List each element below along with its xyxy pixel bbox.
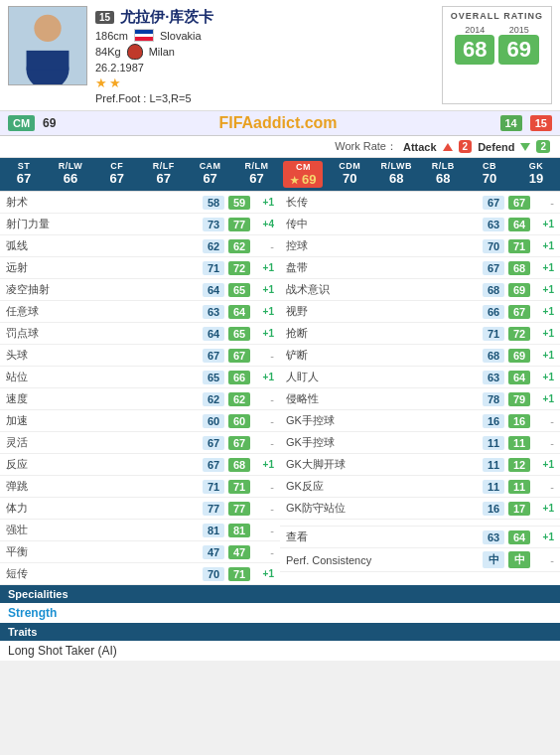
stat-right-val2: 67 bbox=[508, 196, 530, 210]
stat-left-val1: 64 bbox=[203, 327, 224, 341]
player-weight: 84Kg bbox=[95, 46, 121, 58]
stat-left-row: 弧线 62 62 - bbox=[0, 235, 280, 257]
specialities-header: Specialities bbox=[0, 585, 560, 603]
stat-left-diff: +1 bbox=[254, 306, 274, 317]
stat-left-dash: - bbox=[254, 437, 274, 449]
stat-left-val2: 65 bbox=[228, 283, 250, 297]
stat-right-dash: - bbox=[534, 481, 554, 493]
stat-right-diff: +1 bbox=[534, 503, 554, 514]
stat-right-val1: 11 bbox=[483, 436, 504, 450]
traits-header: Traits bbox=[0, 623, 560, 641]
stat-right-diff: +1 bbox=[534, 350, 554, 361]
pos-val-10: 70 bbox=[483, 171, 496, 186]
stat-right-val2: 64 bbox=[508, 218, 530, 231]
stat-left-dash: - bbox=[254, 481, 274, 493]
pos-val-6: 69 bbox=[290, 172, 316, 187]
stat-left-diff: +1 bbox=[254, 262, 274, 273]
stat-right-val1: 中 bbox=[483, 551, 504, 568]
skill-stars: ★ ★ bbox=[95, 76, 121, 90]
stat-right-name: GK手控球 bbox=[286, 435, 479, 450]
stat-left-row: 反应 67 68 +1 bbox=[0, 454, 280, 476]
stat-left-name: 灵活 bbox=[6, 435, 199, 450]
stat-right-diff: +1 bbox=[534, 328, 554, 339]
stat-right-dash: - bbox=[534, 197, 554, 209]
stat-right-name: GK防守站位 bbox=[286, 501, 479, 516]
stat-right-diff: +1 bbox=[534, 459, 554, 470]
stat-right-val2: 72 bbox=[508, 327, 530, 341]
stat-right-diff: +1 bbox=[534, 284, 554, 295]
stat-right-diff: +1 bbox=[534, 240, 554, 251]
stat-left-row: 射术 58 59 +1 bbox=[0, 192, 280, 214]
stat-right-val1: 78 bbox=[483, 392, 504, 406]
stat-right-val2: 17 bbox=[508, 502, 530, 516]
stat-left-val1: 65 bbox=[203, 371, 224, 384]
svg-point-1 bbox=[34, 15, 61, 42]
stat-right-val2: 11 bbox=[508, 480, 530, 494]
player-height: 186cm bbox=[95, 30, 128, 42]
pos-val-2: 67 bbox=[110, 171, 124, 186]
stat-right-val2: 64 bbox=[508, 530, 530, 544]
stat-right-row: GK反应 11 11 - bbox=[280, 476, 560, 498]
stat-left-val2: 47 bbox=[228, 545, 250, 559]
position-cm: CM69 bbox=[283, 161, 323, 188]
stat-left-val1: 62 bbox=[203, 392, 224, 406]
svg-rect-3 bbox=[27, 51, 70, 71]
stat-left-val1: 73 bbox=[203, 218, 224, 231]
stat-left-val2: 77 bbox=[228, 218, 250, 231]
stat-left-diff: +1 bbox=[254, 568, 274, 579]
stat-right-name: 控球 bbox=[286, 238, 479, 253]
stat-right-val1: 67 bbox=[483, 261, 504, 275]
player-nationality: Slovakia bbox=[160, 30, 202, 42]
stat-right-val1: 68 bbox=[483, 283, 504, 297]
stat-left-val2: 66 bbox=[228, 371, 250, 384]
defend-value: 2 bbox=[536, 140, 550, 153]
year-2015: 2015 bbox=[509, 25, 529, 35]
stat-right-val1: 66 bbox=[483, 305, 504, 319]
stat-right-row: GK防守站位 16 17 +1 bbox=[280, 498, 560, 520]
pos-val-0: 67 bbox=[17, 171, 31, 186]
stat-left-name: 任意球 bbox=[6, 304, 199, 319]
pos-name-10: CB bbox=[483, 161, 496, 171]
stat-left-name: 站位 bbox=[6, 370, 199, 384]
pos-val-9: 68 bbox=[436, 171, 450, 186]
position-rlb: R/LB68 bbox=[423, 161, 463, 188]
pos-name-1: R/LW bbox=[59, 161, 83, 171]
stat-right-val2: 中 bbox=[508, 551, 530, 568]
stat-left-val2: 72 bbox=[228, 261, 250, 275]
badge-14: 14 bbox=[500, 115, 522, 131]
stat-left-name: 远射 bbox=[6, 260, 199, 275]
stat-left-val2: 65 bbox=[228, 327, 250, 341]
stat-left-val1: 67 bbox=[203, 349, 224, 363]
position-rlf: R/LF67 bbox=[144, 161, 184, 188]
stat-left-row: 射门力量 73 77 +4 bbox=[0, 214, 280, 235]
star-1: ★ bbox=[95, 76, 107, 90]
pos-name-11: GK bbox=[529, 161, 544, 171]
position-bar: CM 69 FIFAaddict.com 14 15 bbox=[0, 111, 560, 136]
stat-left-row: 强壮 81 81 - bbox=[0, 520, 280, 541]
position-st: ST67 bbox=[4, 161, 44, 188]
pos-name-7: CDM bbox=[339, 161, 360, 171]
stat-left-name: 强壮 bbox=[6, 523, 199, 537]
stat-right-row bbox=[280, 520, 560, 527]
position-rlw: R/LW66 bbox=[51, 161, 90, 188]
stat-left-val2: 62 bbox=[228, 392, 250, 406]
stat-left-diff: +1 bbox=[254, 372, 274, 382]
stat-left-row: 平衡 47 47 - bbox=[0, 541, 280, 563]
pref-foot: Pref.Foot : L=3,R=5 bbox=[95, 92, 192, 104]
pos-name-2: CF bbox=[110, 161, 123, 171]
defend-arrow-icon bbox=[520, 143, 530, 151]
stat-right-val2: 69 bbox=[508, 349, 530, 363]
stat-right-diff: +1 bbox=[534, 262, 554, 273]
main-position: CM bbox=[8, 115, 35, 131]
nationality-flag bbox=[134, 29, 154, 42]
stat-left-row: 灵活 67 67 - bbox=[0, 432, 280, 454]
stat-left-name: 速度 bbox=[6, 391, 199, 406]
stat-left-dash: - bbox=[254, 240, 274, 252]
stat-right-name: GK手控球 bbox=[286, 413, 479, 428]
stat-left-dash: - bbox=[254, 503, 274, 515]
stat-right-name: 侵略性 bbox=[286, 391, 479, 406]
stat-left-val2: 67 bbox=[228, 349, 250, 363]
stat-left-val1: 58 bbox=[203, 196, 224, 210]
pos-name-8: R/LWB bbox=[381, 161, 413, 171]
stat-left-name: 弹跳 bbox=[6, 479, 199, 494]
